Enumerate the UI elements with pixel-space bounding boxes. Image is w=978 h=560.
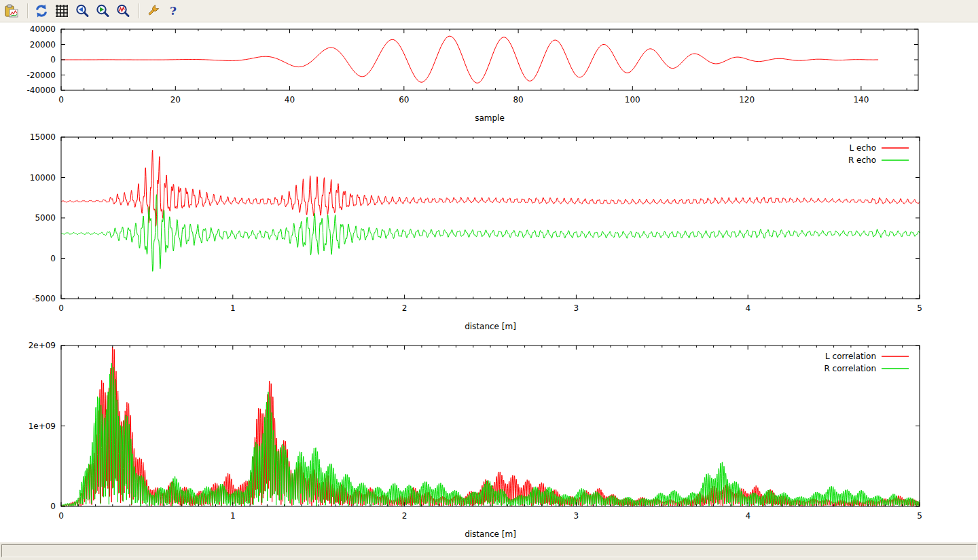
chart-echo-vs-distance: 012345-5000050001000015000distance [m]L …	[30, 132, 922, 331]
y-tick-label: 2e+09	[29, 341, 56, 350]
help-button[interactable]: ?	[164, 2, 182, 20]
status-field	[1, 544, 977, 557]
magnifier-right-arrow-icon	[95, 3, 110, 18]
x-tick-label: 5	[917, 303, 922, 313]
legend-label: L echo	[850, 143, 876, 153]
x-tick-label: 100	[625, 95, 640, 105]
status-bar	[0, 542, 978, 560]
x-tick-label: 0	[58, 303, 64, 313]
toolbar: ?	[0, 0, 978, 22]
autoscale-button[interactable]	[114, 2, 132, 20]
zoom-next-button[interactable]	[94, 2, 111, 20]
x-tick-label: 120	[739, 95, 755, 105]
x-tick-label: 1	[230, 511, 236, 521]
y-tick-label: -40000	[26, 86, 56, 95]
x-tick-label: 3	[574, 511, 579, 521]
toolbar-separator	[139, 3, 140, 18]
question-mark-icon: ?	[166, 3, 181, 18]
y-tick-label: 1e+09	[29, 422, 56, 431]
y-tick-label: 0	[50, 254, 56, 263]
series-line-l-echo	[61, 150, 920, 226]
x-tick-label: 2	[402, 511, 408, 521]
app-window: ? 020406080100120140-40000-2000002000040…	[0, 0, 978, 560]
plot-canvas[interactable]: 020406080100120140-40000-200000200004000…	[0, 22, 978, 542]
series-line-excitation-signal	[61, 36, 878, 83]
y-tick-label: -20000	[26, 71, 56, 80]
x-tick-label: 4	[745, 303, 750, 313]
svg-text:?: ?	[170, 4, 177, 18]
chart-signal-vs-sample: 020406080100120140-40000-200000200004000…	[26, 24, 918, 123]
series-line-r-correlation	[61, 363, 920, 506]
x-tick-label: 2	[402, 303, 408, 313]
y-tick-label: 10000	[30, 173, 56, 183]
y-tick-label: -5000	[32, 294, 56, 303]
x-tick-label: 80	[513, 95, 523, 105]
x-tick-label: 40	[285, 95, 295, 105]
configure-button[interactable]	[144, 2, 162, 20]
legend-label: R correlation	[824, 364, 876, 373]
magnifier-plot-icon	[115, 3, 130, 18]
refresh-icon	[34, 3, 49, 18]
x-axis-label: distance [m]	[465, 529, 516, 539]
x-tick-label: 4	[745, 511, 750, 521]
x-tick-label: 3	[574, 303, 579, 313]
y-tick-label: 0	[50, 55, 56, 64]
x-axis-label: sample	[475, 113, 505, 123]
x-tick-label: 0	[58, 95, 64, 105]
x-tick-label: 5	[917, 511, 922, 521]
grid-icon	[54, 3, 69, 18]
x-tick-label: 20	[170, 95, 181, 105]
chart-correlation-vs-distance: 01234501e+092e+09distance [m]L correlati…	[29, 341, 922, 539]
clipboard-plot-icon	[4, 3, 19, 18]
magnifier-left-arrow-icon	[75, 3, 90, 18]
copy-to-clipboard-button[interactable]	[3, 2, 20, 20]
x-tick-label: 140	[853, 95, 869, 105]
x-tick-label: 1	[230, 303, 236, 313]
y-tick-label: 40000	[30, 24, 56, 34]
y-tick-label: 15000	[30, 132, 56, 142]
toolbar-separator	[27, 3, 29, 18]
y-tick-label: 5000	[35, 213, 56, 223]
toggle-grid-button[interactable]	[53, 2, 71, 20]
x-tick-label: 60	[399, 95, 409, 105]
plot-border	[61, 137, 920, 299]
legend-label: L correlation	[825, 352, 876, 361]
x-tick-label: 0	[58, 511, 64, 521]
replot-button[interactable]	[33, 2, 50, 20]
y-tick-label: 20000	[30, 40, 56, 50]
legend-label: R echo	[848, 155, 876, 165]
zoom-previous-button[interactable]	[73, 2, 91, 20]
y-tick-label: 0	[50, 502, 56, 511]
wrench-icon	[145, 3, 160, 18]
x-axis-label: distance [m]	[465, 322, 516, 331]
